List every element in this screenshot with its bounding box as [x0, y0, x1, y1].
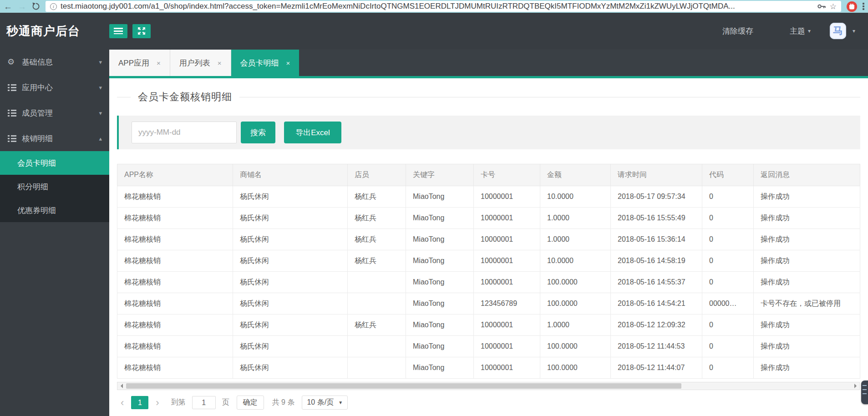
data-table: APP名称商铺名店员关键字卡号金额请求时间代码返回消息棉花糖核销杨氏休闲杨红兵M…: [117, 164, 860, 379]
submenu-item-1[interactable]: 积分明细: [0, 175, 109, 198]
table-cell: 操作成功: [754, 336, 860, 357]
table-row: 棉花糖核销杨氏休闲MiaoTong10000001100.00002018-05…: [117, 357, 860, 379]
scroll-right-icon[interactable]: [851, 382, 859, 390]
theme-label: 主题: [790, 26, 805, 36]
sidebar-item-2[interactable]: 成员管理▾: [0, 100, 109, 126]
avatar-chevron-down-icon[interactable]: ▾: [853, 28, 855, 34]
table-cell: 2018-05-16 15:36:14: [611, 229, 702, 250]
menu-toggle-button[interactable]: [109, 24, 127, 38]
floating-widget[interactable]: [861, 380, 868, 404]
table-cell: 0: [702, 229, 754, 250]
sidebar-item-1[interactable]: 应用中心▾: [0, 75, 109, 100]
table-cell: 操作成功: [754, 229, 860, 250]
title-divider-right: [239, 97, 860, 97]
sidebar-item-3[interactable]: 核销明细▴: [0, 126, 109, 151]
table-cell: MiaoTong: [406, 357, 474, 379]
tab-1[interactable]: 用户列表×: [170, 50, 231, 76]
table-header-cell: 返回消息: [754, 164, 860, 186]
table-cell: 2018-05-16 14:58:19: [611, 250, 702, 272]
chevron-down-icon: ▾: [99, 110, 102, 117]
table-header-cell: 店员: [348, 164, 406, 186]
tab-close-icon[interactable]: ×: [157, 59, 161, 67]
blocker-extension-icon[interactable]: [847, 1, 857, 12]
table-header-cell: 卡号: [474, 164, 540, 186]
goto-page-input[interactable]: [192, 396, 216, 409]
table-cell: 杨红兵: [348, 208, 406, 229]
scrollbar-thumb[interactable]: [126, 383, 681, 389]
table-row: 棉花糖核销杨氏休闲MiaoTong10000001100.00002018-05…: [117, 272, 860, 293]
table-cell: 棉花糖核销: [117, 293, 233, 315]
submenu-item-0[interactable]: 会员卡明细: [0, 151, 109, 175]
tab-0[interactable]: APP应用×: [109, 50, 170, 76]
search-button[interactable]: 搜索: [241, 122, 275, 143]
table-cell: 0: [702, 208, 754, 229]
tab-close-icon[interactable]: ×: [218, 59, 222, 67]
refresh-icon[interactable]: [32, 2, 40, 10]
back-icon[interactable]: ←: [4, 2, 12, 11]
fullscreen-button[interactable]: [132, 24, 151, 38]
table-cell: MiaoTong: [406, 208, 474, 229]
theme-button[interactable]: 主题 ▾: [790, 26, 811, 36]
sidebar-submenu: 会员卡明细积分明细优惠券明细: [0, 151, 109, 222]
table-cell: MiaoTong: [406, 186, 474, 208]
pagination: ‹ 1 › 到第 页 确定 共 9 条 10 条/页 ▼: [117, 396, 860, 410]
submenu-item-2[interactable]: 优惠券明细: [0, 198, 109, 222]
table-cell: 10000001: [474, 229, 540, 250]
page-number-button[interactable]: 1: [131, 396, 148, 409]
user-avatar[interactable]: 马: [830, 23, 846, 39]
sidebar-item-0[interactable]: ⚙基础信息▾: [0, 49, 109, 75]
title-row: 会员卡金额核销明细: [117, 90, 860, 104]
hamburger-icon: [114, 28, 123, 34]
sidebar-item-label: 成员管理: [22, 108, 99, 118]
browser-menu-icon[interactable]: [863, 2, 864, 10]
expand-icon: [137, 26, 146, 36]
confirm-button[interactable]: 确定: [237, 396, 264, 410]
page-title: 会员卡金额核销明细: [138, 90, 232, 104]
table-cell: 棉花糖核销: [117, 272, 233, 293]
next-page-button[interactable]: ›: [152, 398, 162, 408]
date-input[interactable]: [132, 122, 237, 143]
table-cell: MiaoTong: [406, 272, 474, 293]
table-cell: 2018-05-12 11:44:53: [611, 336, 702, 357]
forward-icon[interactable]: →: [18, 2, 26, 11]
table-cell: 0: [702, 336, 754, 357]
table-cell: 10000001: [474, 250, 540, 272]
url-bar[interactable]: i test.miaotong.jdy001.com/a1_0/shop/ind…: [46, 1, 841, 12]
url-text: test.miaotong.jdy001.com/a1_0/shop/index…: [61, 2, 814, 11]
table-cell: 杨氏休闲: [233, 272, 348, 293]
horizontal-scrollbar[interactable]: [117, 382, 860, 390]
chevron-down-icon: ▾: [808, 28, 811, 34]
list-icon: [7, 109, 17, 117]
chevron-down-icon: ▾: [99, 59, 102, 66]
bookmark-star-icon[interactable]: ☆: [830, 2, 837, 11]
brand-title: 秒通商户后台: [0, 23, 109, 39]
table-cell: 杨红兵: [348, 315, 406, 336]
table-cell: MiaoTong: [406, 250, 474, 272]
list-icon: [7, 135, 17, 142]
topbar-right: 清除缓存 主题 ▾ 马 ▾: [722, 23, 868, 39]
page-size-select[interactable]: 10 条/页 ▼: [302, 396, 348, 410]
table-cell: 10000001: [474, 357, 540, 379]
key-icon[interactable]: [817, 4, 826, 9]
table-cell: 2018-05-12 11:44:07: [611, 357, 702, 379]
table-cell: 0: [702, 186, 754, 208]
table-header-cell: APP名称: [117, 164, 233, 186]
table-cell: 操作成功: [754, 315, 860, 336]
table-cell: 10000001: [474, 186, 540, 208]
top-bar: 秒通商户后台 清除缓存 主题 ▾ 马 ▾: [0, 13, 868, 49]
clear-cache-button[interactable]: 清除缓存: [722, 26, 753, 36]
scroll-left-icon[interactable]: [117, 382, 126, 390]
info-icon[interactable]: i: [50, 3, 57, 10]
table-cell: 杨氏休闲: [233, 336, 348, 357]
tab-close-icon[interactable]: ×: [286, 59, 290, 67]
table-cell: MiaoTong: [406, 293, 474, 315]
tab-2[interactable]: 会员卡明细×: [231, 50, 299, 76]
table-row: 棉花糖核销杨氏休闲杨红兵MiaoTong100000011.00002018-0…: [117, 315, 860, 336]
table-row: 棉花糖核销杨氏休闲杨红兵MiaoTong1000000110.00002018-…: [117, 250, 860, 272]
table-cell: 10000001: [474, 272, 540, 293]
export-excel-button[interactable]: 导出Excel: [284, 122, 341, 143]
prev-page-button[interactable]: ‹: [117, 398, 127, 408]
select-chevron-down-icon: ▼: [338, 400, 343, 405]
table-cell: 棉花糖核销: [117, 250, 233, 272]
tab-bar: APP应用×用户列表×会员卡明细×: [109, 49, 868, 78]
